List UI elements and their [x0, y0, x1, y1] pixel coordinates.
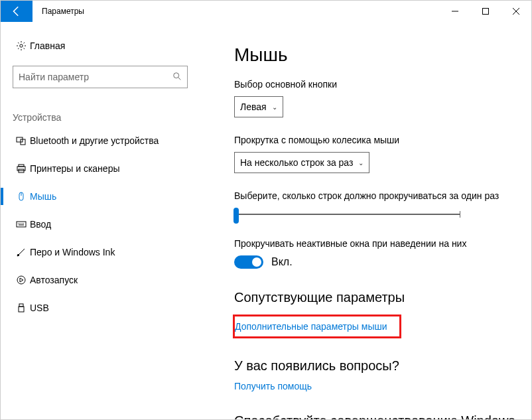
search-placeholder: Найти параметр: [19, 72, 89, 82]
svg-rect-13: [19, 307, 24, 312]
sidebar-item-label: Автозапуск: [30, 275, 78, 285]
svg-point-11: [17, 276, 25, 284]
sidebar-item-printers[interactable]: Принтеры и сканеры: [1, 155, 200, 182]
feedback-heading: Способствуйте совершенствованию Windows: [234, 413, 518, 419]
select-value: Левая: [240, 102, 267, 112]
sidebar-item-autoplay[interactable]: Автозапуск: [1, 266, 200, 294]
usb-icon: [13, 303, 30, 313]
home-label: Главная: [30, 40, 65, 51]
inactive-windows-label: Прокручивать неактивные окна при наведен…: [234, 238, 518, 249]
gear-icon: [13, 40, 30, 51]
slider-tick: [460, 211, 460, 218]
mouse-icon: [13, 191, 30, 202]
select-value: На несколько строк за раз: [240, 157, 353, 168]
help-heading: У вас появились вопросы?: [234, 358, 518, 374]
svg-rect-10: [17, 222, 26, 227]
home-nav[interactable]: Главная: [1, 35, 200, 56]
search-input[interactable]: Найти параметр: [13, 66, 188, 88]
sidebar-item-typing[interactable]: Ввод: [1, 210, 200, 238]
sidebar-item-label: USB: [30, 303, 49, 313]
additional-mouse-options-link[interactable]: Дополнительные параметры мыши: [235, 321, 387, 332]
maximize-button[interactable]: [470, 1, 501, 22]
related-heading: Сопутствующие параметры: [234, 290, 518, 305]
slider-track: [234, 214, 460, 215]
section-heading: Устройства: [1, 94, 200, 127]
svg-point-2: [174, 72, 179, 78]
svg-point-1: [20, 44, 23, 47]
devices-icon: [13, 135, 30, 146]
minimize-button[interactable]: [440, 1, 470, 22]
primary-button-select[interactable]: Левая ⌄: [234, 96, 283, 117]
sidebar-item-usb[interactable]: USB: [1, 294, 200, 322]
keyboard-icon: [13, 219, 30, 230]
close-button[interactable]: [501, 1, 531, 22]
get-help-link[interactable]: Получить помощь: [234, 381, 312, 391]
sidebar-item-label: Принтеры и сканеры: [30, 163, 119, 174]
svg-rect-12: [19, 304, 23, 307]
sidebar-item-pen[interactable]: Перо и Windows Ink: [1, 238, 200, 266]
chevron-down-icon: ⌄: [272, 104, 277, 111]
lines-slider[interactable]: [234, 208, 460, 221]
inactive-windows-toggle[interactable]: [234, 255, 263, 269]
slider-thumb[interactable]: [233, 208, 239, 224]
svg-rect-0: [483, 9, 489, 15]
sidebar-item-label: Перо и Windows Ink: [30, 247, 115, 257]
toggle-state-label: Вкл.: [271, 256, 293, 268]
sidebar-item-bluetooth[interactable]: Bluetooth и другие устройства: [1, 127, 200, 155]
highlighted-region: Дополнительные параметры мыши: [233, 315, 401, 338]
primary-button-label: Выбор основной кнопки: [234, 79, 518, 90]
autoplay-icon: [13, 275, 30, 285]
pen-icon: [13, 247, 30, 257]
page-title: Мышь: [234, 44, 518, 66]
search-icon: [172, 72, 182, 83]
sidebar-item-label: Bluetooth и другие устройства: [30, 135, 159, 146]
printer-icon: [13, 163, 30, 174]
chevron-down-icon: ⌄: [358, 159, 364, 167]
window-title: Параметры: [33, 1, 440, 22]
sidebar-item-label: Мышь: [30, 191, 56, 202]
lines-label: Выберите, сколько строк должно прокручив…: [234, 190, 518, 201]
sidebar-item-mouse[interactable]: Мышь: [1, 182, 200, 210]
scroll-select[interactable]: На несколько строк за раз ⌄: [234, 152, 369, 173]
back-button[interactable]: [1, 1, 33, 22]
sidebar-item-label: Ввод: [30, 219, 51, 230]
scroll-label: Прокрутка с помощью колесика мыши: [234, 135, 518, 145]
